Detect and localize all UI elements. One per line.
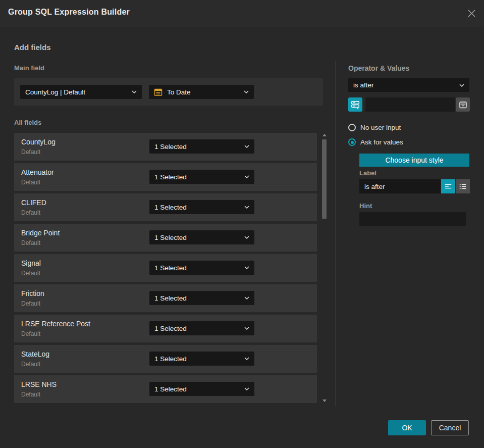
field-row: Signal Default 1 Selected (14, 254, 317, 282)
chevron-down-icon (244, 175, 249, 178)
close-button[interactable] (465, 7, 477, 19)
hint-field-label: Hint (359, 202, 372, 210)
field-type: Default (21, 239, 40, 246)
dialog-titlebar: Group SQL Expression Builder (0, 0, 484, 26)
field-type: Default (21, 361, 40, 368)
list-input-icon (459, 182, 467, 190)
field-name: LRSE Reference Post (21, 320, 90, 328)
panel-divider (336, 61, 336, 407)
field-selection-dropdown[interactable]: 1 Selected (149, 230, 254, 244)
scroll-down-icon[interactable] (322, 400, 327, 402)
field-selection-dropdown[interactable]: 1 Selected (149, 261, 254, 275)
radio-no-user-input[interactable]: No user input (348, 124, 401, 131)
field-name: StateLog (21, 350, 49, 358)
list-input-style-button[interactable] (456, 179, 470, 193)
field-type: Default (21, 330, 40, 337)
radio-icon (348, 138, 356, 146)
field-selection-value: 1 Selected (154, 385, 187, 393)
main-field-bar: CountyLog | Default To Date (14, 78, 323, 106)
group-sql-expression-builder-dialog: Group SQL Expression Builder Add fields … (0, 0, 484, 448)
field-selection-value: 1 Selected (154, 294, 187, 302)
operator-dropdown-value: is after (353, 81, 374, 89)
all-fields-list: CountyLog Default 1 Selected Attenuator … (14, 133, 317, 406)
field-name: CountyLog (21, 138, 56, 146)
field-selection-value: 1 Selected (154, 234, 187, 241)
field-name: Signal (21, 259, 41, 267)
stacked-values-icon (351, 100, 360, 109)
scroll-up-icon[interactable] (322, 134, 327, 136)
list-scrollbar[interactable] (321, 133, 328, 403)
scrollbar-thumb[interactable] (322, 139, 327, 219)
main-field-dropdown[interactable]: CountyLog | Default (20, 85, 142, 99)
chevron-down-icon (244, 387, 249, 390)
main-field-dropdown-value: CountyLog | Default (25, 88, 85, 96)
add-fields-heading: Add fields (14, 43, 51, 52)
operator-values-heading: Operator & Values (348, 64, 409, 72)
field-selection-dropdown[interactable]: 1 Selected (149, 382, 254, 396)
dialog-title: Group SQL Expression Builder (8, 8, 130, 17)
field-row: CLIFED Default 1 Selected (14, 193, 317, 221)
field-row: CountyLog Default 1 Selected (14, 133, 317, 161)
label-field-label: Label (359, 169, 377, 177)
main-field-label: Main field (14, 64, 44, 72)
field-row: LRSE Reference Post Default 1 Selected (14, 315, 317, 342)
field-selection-dropdown[interactable]: 1 Selected (149, 200, 254, 214)
field-selection-value: 1 Selected (154, 143, 187, 151)
field-selection-value: 1 Selected (154, 355, 187, 363)
field-selection-value: 1 Selected (154, 204, 187, 211)
field-type: Default (21, 179, 40, 186)
ok-button[interactable]: OK (388, 420, 426, 435)
hint-input[interactable] (359, 212, 466, 226)
radio-ask-for-values-label: Ask for values (360, 138, 403, 146)
single-line-input-style-button[interactable] (441, 179, 455, 193)
field-name: Bridge Point (21, 229, 60, 237)
radio-ask-for-values[interactable]: Ask for values (348, 138, 403, 146)
field-selection-value: 1 Selected (154, 325, 187, 332)
chevron-down-icon (244, 296, 249, 300)
calendar-icon (154, 88, 163, 96)
chevron-down-icon (244, 266, 249, 269)
single-line-input-icon (444, 182, 452, 190)
date-picker-button[interactable] (456, 97, 470, 112)
field-selection-dropdown[interactable]: 1 Selected (149, 291, 254, 305)
cancel-button[interactable]: Cancel (431, 420, 469, 435)
calendar-icon (459, 101, 467, 109)
field-name: LRSE NHS (21, 380, 57, 388)
chevron-down-icon (244, 145, 249, 148)
chevron-down-icon (244, 206, 249, 209)
main-date-dropdown[interactable]: To Date (149, 85, 254, 99)
field-name: Attenuator (21, 168, 54, 176)
field-selection-dropdown[interactable]: 1 Selected (149, 170, 254, 184)
close-icon (467, 9, 476, 18)
field-row: StateLog Default 1 Selected (14, 345, 317, 373)
operator-dropdown[interactable]: is after (348, 78, 469, 92)
label-input[interactable] (359, 179, 441, 193)
choose-input-style-button[interactable]: Choose input style (359, 154, 469, 167)
value-source-button[interactable] (348, 97, 362, 112)
field-row: Attenuator Default 1 Selected (14, 163, 317, 191)
field-type: Default (21, 148, 40, 156)
chevron-down-icon (459, 84, 464, 87)
all-fields-label: All fields (14, 119, 41, 126)
field-selection-dropdown[interactable]: 1 Selected (149, 139, 254, 154)
field-name: Friction (21, 289, 44, 297)
field-name: CLIFED (21, 198, 46, 207)
radio-no-user-input-label: No user input (360, 124, 401, 131)
field-row: LRSE NHS Default 1 Selected (14, 375, 317, 403)
field-type: Default (21, 391, 40, 398)
field-selection-dropdown[interactable]: 1 Selected (149, 352, 254, 366)
field-type: Default (21, 270, 40, 277)
field-type: Default (21, 300, 40, 307)
chevron-down-icon (244, 327, 249, 330)
chevron-down-icon (132, 90, 137, 93)
operator-value-input[interactable] (365, 97, 455, 112)
field-selection-value: 1 Selected (154, 173, 187, 181)
main-date-dropdown-value: To Date (167, 88, 191, 96)
field-selection-dropdown[interactable]: 1 Selected (149, 321, 254, 335)
chevron-down-icon (244, 357, 249, 360)
chevron-down-icon (244, 236, 249, 239)
field-row: Bridge Point Default 1 Selected (14, 224, 317, 252)
chevron-down-icon (244, 90, 249, 93)
field-type: Default (21, 209, 40, 216)
radio-icon (348, 124, 356, 131)
